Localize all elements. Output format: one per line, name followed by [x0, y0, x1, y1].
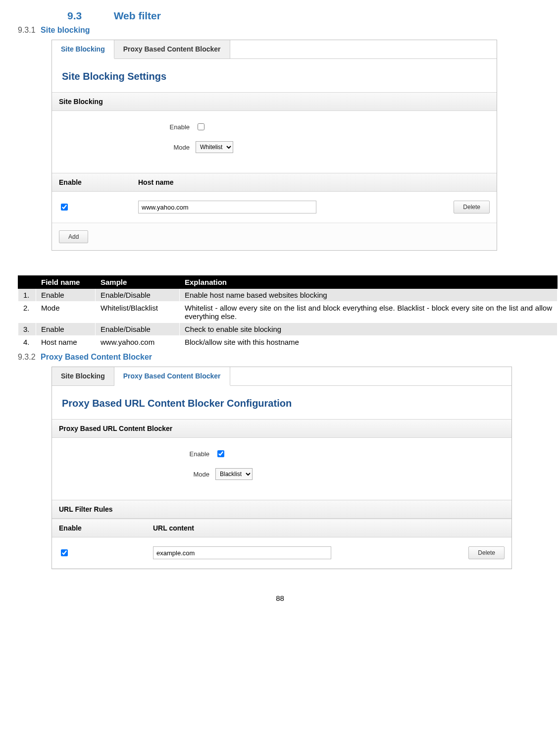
subsection-number: 9.3.1	[18, 26, 36, 34]
url-filter-rules-head: URL Filter Rules	[52, 500, 511, 519]
subsection-title: Proxy Based Content Blocker	[41, 353, 152, 361]
cell-exp: Enable host name based websites blocking	[180, 289, 558, 302]
columns-header: Enable Host name	[52, 173, 497, 192]
subsection-title: Site blocking	[41, 26, 90, 34]
cell-exp: Whitelist - allow every site on the list…	[180, 302, 558, 323]
cell-num: 4.	[18, 336, 36, 349]
cell-field: Host name	[36, 336, 96, 349]
row-enable-checkbox[interactable]	[61, 549, 68, 556]
cell-exp: Check to enable site blocking	[180, 323, 558, 336]
col-enable: Enable	[52, 519, 146, 537]
cell-num: 1.	[18, 289, 36, 302]
row-enable-checkbox[interactable]	[61, 204, 68, 211]
table-row: 1. Enable Enable/Disable Enable host nam…	[18, 289, 558, 302]
col-hostname: Host name	[131, 173, 497, 191]
mode-label: Mode	[57, 471, 215, 478]
tab-site-blocking[interactable]: Site Blocking	[52, 40, 114, 59]
panel-title: Proxy Based URL Content Blocker Configur…	[52, 386, 511, 419]
cell-field: Enable	[36, 289, 96, 302]
panel-title: Site Blocking Settings	[52, 59, 497, 92]
table-row: 4. Host name www.yahoo.com Block/allow s…	[18, 336, 558, 349]
col-explanation: Explanation	[180, 276, 558, 289]
col-fieldname: Field name	[36, 276, 96, 289]
enable-label: Enable	[57, 123, 196, 131]
table-row: 3. Enable Enable/Disable Check to enable…	[18, 323, 558, 336]
fields-explanation-table: Field name Sample Explanation 1. Enable …	[18, 275, 558, 349]
hostname-input[interactable]	[138, 201, 316, 213]
subsection-heading-2: 9.3.2 Proxy Based Content Blocker	[18, 353, 551, 362]
cell-sample: www.yahoo.com	[96, 336, 180, 349]
col-enable: Enable	[52, 173, 131, 191]
subsection-heading-1: 9.3.1 Site blocking	[18, 26, 551, 35]
cell-field: Mode	[36, 302, 96, 323]
subsection-number: 9.3.2	[18, 353, 36, 361]
table-row: Delete	[52, 192, 497, 223]
cell-num: 2.	[18, 302, 36, 323]
site-blocking-panel: Site Blocking Proxy Based Content Blocke…	[51, 40, 497, 251]
col-blank	[18, 276, 36, 289]
table-row: 2. Mode Whitelist/Blacklist Whitelist - …	[18, 302, 558, 323]
table-row: Delete	[52, 537, 511, 569]
page-number: 88	[9, 594, 551, 602]
tabs: Site Blocking Proxy Based Content Blocke…	[52, 367, 511, 386]
delete-button[interactable]: Delete	[454, 201, 490, 213]
mode-select[interactable]: Blacklist	[215, 468, 253, 480]
col-urlcontent: URL content	[146, 519, 511, 537]
site-blocking-section-head: Site Blocking	[52, 92, 497, 111]
form-area: Enable Mode Blacklist	[52, 438, 511, 500]
delete-button[interactable]: Delete	[468, 546, 505, 559]
cell-sample: Enable/Disable	[96, 289, 180, 302]
cell-sample: Whitelist/Blacklist	[96, 302, 180, 323]
mode-label: Mode	[57, 144, 196, 151]
proxy-blocker-panel: Site Blocking Proxy Based Content Blocke…	[51, 367, 512, 569]
section-title: Web filter	[114, 10, 161, 21]
tab-site-blocking[interactable]: Site Blocking	[52, 367, 114, 385]
enable-label: Enable	[57, 450, 215, 458]
mode-select[interactable]: Whitelist	[196, 141, 233, 153]
enable-checkbox[interactable]	[217, 450, 224, 457]
form-area: Enable Mode Whitelist	[52, 111, 497, 173]
add-button[interactable]: Add	[59, 230, 88, 243]
add-row: Add	[52, 223, 497, 250]
proxy-section-head: Proxy Based URL Content Blocker	[52, 419, 511, 438]
cell-field: Enable	[36, 323, 96, 336]
section-heading: 9.3 Web filter	[9, 10, 551, 22]
cell-exp: Block/allow site with this hostname	[180, 336, 558, 349]
section-number: 9.3	[67, 10, 82, 21]
enable-checkbox[interactable]	[198, 123, 204, 130]
col-sample: Sample	[96, 276, 180, 289]
cell-sample: Enable/Disable	[96, 323, 180, 336]
tab-proxy-blocker[interactable]: Proxy Based Content Blocker	[114, 40, 230, 58]
tabs: Site Blocking Proxy Based Content Blocke…	[52, 40, 497, 59]
url-content-input[interactable]	[153, 546, 331, 559]
columns-header: Enable URL content	[52, 519, 511, 537]
cell-num: 3.	[18, 323, 36, 336]
tab-proxy-blocker[interactable]: Proxy Based Content Blocker	[114, 367, 230, 386]
